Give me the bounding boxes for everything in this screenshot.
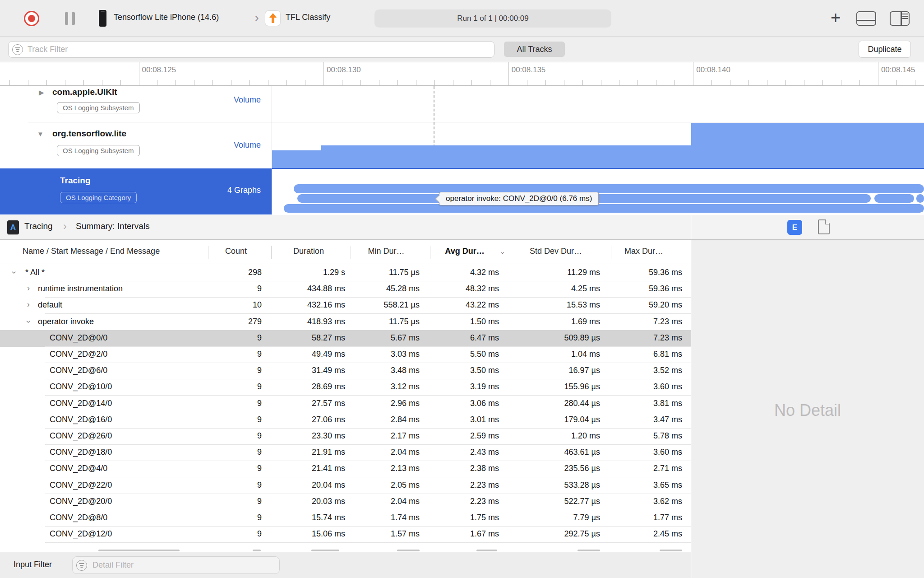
- column-header-std[interactable]: Std Dev Dur…: [530, 247, 582, 256]
- table-row[interactable]: CONV_2D@4/0921.41 ms2.13 ms2.38 ms235.56…: [0, 461, 691, 477]
- target-process-label[interactable]: TFL Classify: [286, 13, 330, 22]
- breadcrumb-page[interactable]: Summary: Intervals: [76, 221, 150, 231]
- row-name: CONV_2D@2/0: [50, 350, 107, 359]
- row-separator: [45, 542, 691, 543]
- track-row-tracing-selected[interactable]: Tracing OS Logging Category 4 Graphs: [0, 168, 272, 214]
- trace-interval-bar[interactable]: [284, 204, 924, 213]
- table-row[interactable]: CONV_2D@20/0920.03 ms2.04 ms2.23 ms522.7…: [0, 494, 691, 510]
- lane-label-volume: Volume: [234, 95, 261, 105]
- row-min: 2.05 ms: [343, 480, 420, 490]
- tracing-lane[interactable]: operator invoke: CONV_2D@0/0 (6.76 ms): [272, 168, 924, 214]
- table-row[interactable]: CONV_2D@14/0927.57 ms2.96 ms3.06 ms280.4…: [0, 396, 691, 412]
- disclosure-triangle-icon[interactable]: ▼: [37, 130, 44, 138]
- column-header-min[interactable]: Min Dur…: [368, 247, 404, 256]
- all-tracks-button[interactable]: All Tracks: [504, 42, 565, 57]
- ruler-major-line: [323, 62, 324, 85]
- table-row[interactable]: CONV_2D@26/0923.30 ms2.17 ms2.59 ms1.20 …: [0, 428, 691, 445]
- sort-chevron-icon[interactable]: ⌄: [500, 248, 505, 255]
- toolbar: Tensorflow Lite iPhone (14.6) › TFL Clas…: [0, 0, 924, 37]
- breadcrumb-instrument[interactable]: Tracing: [24, 221, 53, 231]
- row-duration: 20.04 ms: [268, 480, 345, 490]
- disclosure-triangle-icon[interactable]: ▶: [39, 89, 44, 97]
- ruler-major-line: [139, 62, 139, 85]
- trace-interval-bar[interactable]: [916, 194, 924, 203]
- pause-button[interactable]: [65, 12, 75, 25]
- ruler-tick: [231, 80, 231, 85]
- ruler-major-line: [878, 62, 878, 85]
- table-row[interactable]: CONV_2D@2/0949.49 ms3.03 ms5.50 ms1.04 m…: [0, 346, 691, 363]
- table-row[interactable]: CONV_2D@10/0928.69 ms3.12 ms3.19 ms155.9…: [0, 379, 691, 396]
- table-row[interactable]: CONV_2D@6/0931.49 ms3.48 ms3.50 ms16.97 …: [0, 363, 691, 379]
- add-instrument-button[interactable]: +: [826, 8, 845, 28]
- ruler-tick: [268, 80, 268, 85]
- column-separator: [351, 246, 351, 259]
- track-row-uikit[interactable]: ▶ com.apple.UIKit OS Logging Subsystem V…: [0, 86, 272, 122]
- track-lanes[interactable]: operator invoke: CONV_2D@0/0 (6.76 ms): [272, 86, 924, 214]
- row-avg: 48.32 ms: [422, 284, 499, 294]
- row-duration: 27.57 ms: [268, 399, 345, 408]
- breadcrumb-chevron-icon: ›: [255, 11, 259, 25]
- tooltip-text: operator invoke: CONV_2D@0/0 (6.76 ms): [446, 194, 592, 203]
- ruler-tick: [28, 80, 28, 85]
- ruler-tick: [286, 80, 287, 85]
- disclosure-chevron-icon[interactable]: ›: [27, 284, 30, 293]
- disclosure-chevron-icon[interactable]: ›: [9, 271, 19, 274]
- table-row[interactable]: CONV_2D@22/0920.04 ms2.05 ms2.23 ms533.2…: [0, 477, 691, 494]
- table-row[interactable]: ›default10432.16 ms558.21 µs43.22 ms15.5…: [0, 297, 691, 314]
- disclosure-chevron-icon[interactable]: ›: [27, 300, 30, 309]
- ruler-tick: [675, 80, 675, 85]
- device-trace-label[interactable]: Tensorflow Lite iPhone (14.6): [114, 13, 219, 22]
- column-header-name[interactable]: Name / Start Message / End Message: [23, 247, 160, 256]
- row-name: CONV_2D@0/0: [50, 333, 107, 343]
- detail-panel: No Detail: [691, 240, 924, 578]
- detail-filter-input[interactable]: Detail Filter: [72, 556, 280, 574]
- trace-interval-bar[interactable]: [294, 184, 924, 193]
- row-duration: 20.03 ms: [268, 497, 345, 506]
- ruler-tick: [342, 80, 342, 85]
- row-count: 9: [185, 464, 262, 473]
- ruler-tick: [527, 80, 527, 85]
- panel-divider[interactable]: [691, 215, 691, 578]
- record-button[interactable]: [24, 11, 39, 26]
- ruler-tick: [157, 80, 157, 85]
- duplicate-button[interactable]: Duplicate: [859, 41, 911, 58]
- trace-interval-bar[interactable]: [874, 194, 914, 203]
- toggle-bottom-pane-button[interactable]: [856, 11, 876, 26]
- row-std: 280.44 µs: [523, 399, 600, 408]
- table-row[interactable]: CONV_2D@18/0921.91 ms2.04 ms2.43 ms463.6…: [0, 444, 691, 461]
- toggle-right-pane-button[interactable]: [890, 11, 910, 26]
- row-avg: 3.19 ms: [422, 382, 499, 392]
- timeline-ruler[interactable]: 00:08.12500:08.13000:08.13500:08.14000:0…: [0, 62, 924, 86]
- ruler-tick: [416, 80, 416, 85]
- table-row[interactable]: ›* All *2981.29 s11.75 µs4.32 ms11.29 ms…: [0, 265, 691, 281]
- row-min: 45.28 ms: [343, 284, 420, 294]
- column-header-count[interactable]: Count: [225, 247, 247, 256]
- column-header-avg[interactable]: Avg Dur…: [445, 247, 484, 256]
- disclosure-chevron-icon[interactable]: ›: [24, 320, 33, 323]
- ruler-tick: [822, 80, 823, 85]
- table-row[interactable]: ›operator invoke279418.93 ms11.75 µs1.50…: [0, 314, 691, 331]
- track-filter-input[interactable]: Track Filter: [8, 41, 494, 58]
- filter-icon: [12, 44, 23, 55]
- table-row[interactable]: CONV_2D@0/0958.27 ms5.67 ms6.47 ms509.89…: [0, 330, 691, 347]
- table-row[interactable]: CONV_2D@8/0915.74 ms1.74 ms1.75 ms7.79 µ…: [0, 510, 691, 527]
- row-duration: 418.93 ms: [268, 317, 345, 326]
- column-header-max[interactable]: Max Dur…: [624, 247, 663, 256]
- row-max: 59.20 ms: [605, 300, 682, 310]
- table-row[interactable]: CONV_2D@16/0927.06 ms2.84 ms3.01 ms179.0…: [0, 412, 691, 429]
- ruler-major-line: [508, 62, 509, 85]
- ruler-tick: [453, 80, 453, 85]
- row-count: 9: [185, 497, 262, 506]
- document-detail-button[interactable]: [818, 219, 830, 234]
- ruler-tick: [896, 80, 897, 85]
- row-count: 9: [185, 399, 262, 408]
- row-min: 3.48 ms: [343, 366, 420, 375]
- row-min: 2.13 ms: [343, 464, 420, 473]
- table-row[interactable]: CONV_2D@12/0915.06 ms1.57 ms1.67 ms292.7…: [0, 526, 691, 543]
- row-max: 59.36 ms: [605, 268, 682, 277]
- track-row-tensorflow[interactable]: ▼ org.tensorflow.lite OS Logging Subsyst…: [0, 122, 272, 168]
- extended-detail-button[interactable]: E: [787, 220, 802, 235]
- table-row[interactable]: ›runtime instrumentation9434.88 ms45.28 …: [0, 281, 691, 298]
- column-header-duration[interactable]: Duration: [293, 247, 324, 256]
- table-column-header[interactable]: Name / Start Message / End MessageCountD…: [0, 240, 691, 264]
